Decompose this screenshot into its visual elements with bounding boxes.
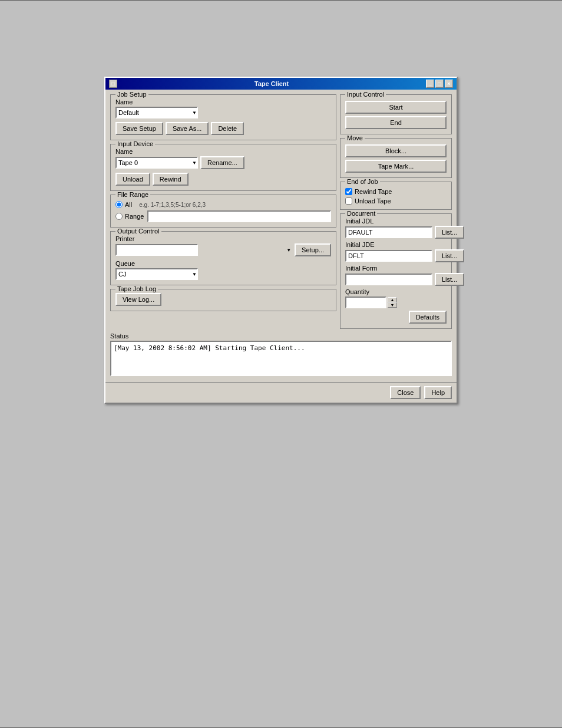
range-row: Range xyxy=(115,210,331,222)
all-radio-label: All xyxy=(125,201,132,208)
quantity-spinner[interactable]: ▲ ▼ xyxy=(388,297,397,308)
save-setup-button[interactable]: Save Setup xyxy=(115,122,163,135)
input-control-group: Input Control Start End xyxy=(340,94,452,134)
job-setup-name-select[interactable]: Default xyxy=(115,107,198,118)
printer-label: Printer xyxy=(115,235,331,242)
defaults-button[interactable]: Defaults xyxy=(409,311,447,324)
output-control-group: Output Control Printer Setup... Queue xyxy=(110,231,336,285)
initial-jdl-label: Initial JDL xyxy=(345,218,447,225)
input-device-group: Input Device Name Tape 0 Rename... Unloa… xyxy=(110,144,336,191)
unload-tape-label: Unload Tape xyxy=(355,197,391,205)
quantity-input[interactable] xyxy=(345,297,386,308)
input-device-select[interactable]: Tape 0 xyxy=(115,157,198,169)
job-setup-label: Job Setup xyxy=(115,91,148,98)
end-of-job-group: End of Job Rewind Tape Unload Tape xyxy=(340,182,452,210)
bottom-bar: Close Help xyxy=(105,382,457,403)
range-radio[interactable] xyxy=(115,213,123,220)
window-icon: □ xyxy=(109,80,117,88)
printer-select[interactable] xyxy=(115,244,198,256)
move-group: Move Block... Tape Mark... xyxy=(340,138,452,178)
close-footer-button[interactable]: Close xyxy=(390,386,421,399)
input-control-label: Input Control xyxy=(345,91,386,98)
tape-job-log-label: Tape Job Log xyxy=(115,285,158,292)
range-input[interactable] xyxy=(147,210,331,222)
setup-button[interactable]: Setup... xyxy=(295,243,331,256)
initial-jde-input[interactable] xyxy=(345,250,432,262)
unload-button[interactable]: Unload xyxy=(115,173,150,186)
range-hint: e.g. 1-7;1,3,5;5-1;or 6,2,3 xyxy=(139,202,206,208)
input-device-name-label: Name xyxy=(115,148,331,155)
output-control-label: Output Control xyxy=(115,228,161,235)
tape-mark-button[interactable]: Tape Mark... xyxy=(345,160,447,173)
initial-jdl-input[interactable] xyxy=(345,226,432,238)
range-radio-label: Range xyxy=(125,213,144,220)
initial-form-input[interactable] xyxy=(345,274,432,285)
block-button[interactable]: Block... xyxy=(345,144,447,157)
unload-tape-item: Unload Tape xyxy=(345,197,447,205)
close-button[interactable]: × xyxy=(445,80,453,88)
queue-label: Queue xyxy=(115,260,331,267)
status-area[interactable] xyxy=(110,341,452,376)
list2-button[interactable]: List... xyxy=(435,249,464,262)
tape-job-log-group: Tape Job Log View Log... xyxy=(110,289,336,311)
view-log-button[interactable]: View Log... xyxy=(115,293,161,306)
end-button[interactable]: End xyxy=(345,116,447,129)
rewind-tape-label: Rewind Tape xyxy=(355,188,392,195)
list1-button[interactable]: List... xyxy=(435,226,464,239)
move-label: Move xyxy=(345,134,365,141)
job-setup-group: Job Setup Name Default Save Setup Save A… xyxy=(110,94,336,140)
start-button[interactable]: Start xyxy=(345,101,447,114)
tape-client-window: □ Tape Client _ □ × Job Setup Name Defau… xyxy=(104,77,458,404)
all-radio[interactable] xyxy=(115,201,123,208)
file-range-label: File Range xyxy=(115,191,150,198)
title-bar: □ Tape Client _ □ × xyxy=(105,78,457,90)
all-radio-item: All e.g. 1-7;1,3,5;5-1;or 6,2,3 xyxy=(115,201,331,208)
docurrent-label: Docurrent xyxy=(345,210,377,217)
queue-select[interactable]: CJ xyxy=(115,268,198,280)
window-title: Tape Client xyxy=(254,80,289,87)
unload-tape-checkbox[interactable] xyxy=(345,197,352,205)
save-as-button[interactable]: Save As... xyxy=(166,122,209,135)
rewind-tape-item: Rewind Tape xyxy=(345,188,447,195)
status-label: Status xyxy=(110,332,452,340)
spinner-down[interactable]: ▼ xyxy=(388,302,397,308)
docurrent-group: Docurrent Initial JDL List... Initial JD… xyxy=(340,213,452,329)
spinner-up[interactable]: ▲ xyxy=(388,297,397,302)
rewind-tape-checkbox[interactable] xyxy=(345,188,352,195)
rename-button[interactable]: Rename... xyxy=(200,156,244,169)
range-radio-item: Range xyxy=(115,213,144,220)
delete-button[interactable]: Delete xyxy=(211,122,244,135)
end-of-job-label: End of Job xyxy=(345,178,380,185)
input-device-label: Input Device xyxy=(115,140,155,147)
help-button[interactable]: Help xyxy=(424,386,452,399)
minimize-button[interactable]: _ xyxy=(426,80,434,88)
rewind-button[interactable]: Rewind xyxy=(153,173,189,186)
job-setup-name-label: Name xyxy=(115,98,331,106)
list3-button[interactable]: List... xyxy=(435,273,464,286)
quantity-label: Quantity xyxy=(345,288,447,295)
initial-form-label: Initial Form xyxy=(345,265,447,272)
maximize-button[interactable]: □ xyxy=(435,80,444,88)
file-range-group: File Range All e.g. 1-7;1,3,5;5-1;or 6,2… xyxy=(110,195,336,228)
initial-jde-label: Initial JDE xyxy=(345,241,447,248)
